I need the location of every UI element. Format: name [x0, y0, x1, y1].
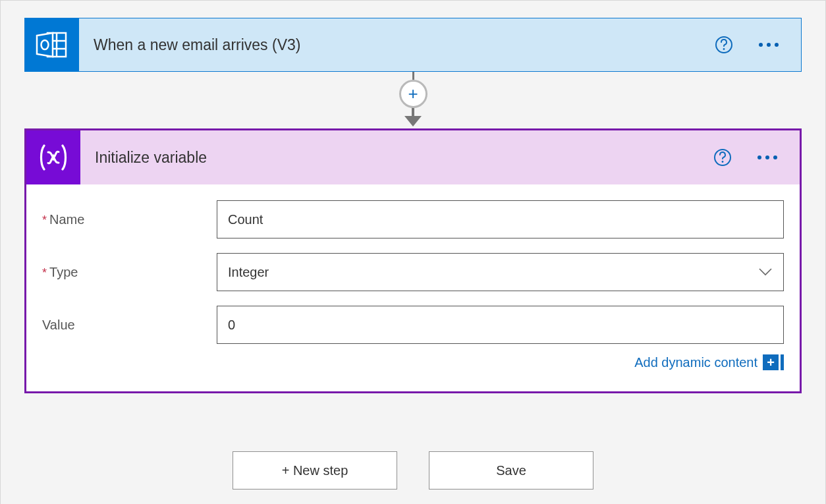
action-body: * Name Count * Type Integer [26, 184, 800, 391]
action-controls [713, 148, 800, 167]
outlook-icon [25, 18, 79, 72]
more-icon[interactable] [756, 40, 781, 49]
action-card: Initialize variable * Name [24, 128, 802, 393]
help-icon[interactable] [714, 35, 734, 55]
flow-canvas: When a new email arrives (V3) + [0, 0, 826, 504]
svg-marker-4 [37, 33, 53, 57]
name-input[interactable]: Count [217, 200, 784, 238]
value-input[interactable]: 0 [217, 306, 784, 344]
value-label: Value [42, 318, 217, 333]
action-header[interactable]: Initialize variable [26, 130, 800, 184]
trigger-card[interactable]: When a new email arrives (V3) [24, 18, 802, 72]
field-row-value: Value 0 [42, 306, 784, 344]
connector: + [24, 72, 802, 128]
dynamic-content-row: Add dynamic content + [42, 354, 784, 385]
trigger-controls [714, 35, 801, 55]
help-icon[interactable] [713, 148, 732, 167]
action-title: Initialize variable [80, 149, 713, 167]
required-star-icon: * [42, 213, 47, 227]
new-step-button[interactable]: + New step [233, 451, 397, 490]
save-button[interactable]: Save [429, 451, 593, 490]
add-dynamic-content-link[interactable]: Add dynamic content [634, 355, 757, 370]
variable-icon [26, 130, 80, 184]
type-label: * Type [42, 265, 217, 280]
svg-point-9 [722, 161, 724, 163]
add-step-icon[interactable]: + [399, 80, 427, 108]
dynamic-content-icon[interactable]: + [763, 354, 784, 370]
trigger-title: When a new email arrives (V3) [79, 36, 714, 54]
name-label: * Name [42, 212, 217, 227]
arrow-down-icon [404, 107, 422, 126]
bottom-button-row: + New step Save [24, 451, 802, 490]
field-row-type: * Type Integer [42, 253, 784, 291]
chevron-down-icon [758, 267, 773, 277]
more-icon[interactable] [755, 153, 780, 162]
svg-point-7 [723, 48, 725, 50]
field-row-name: * Name Count [42, 200, 784, 238]
required-star-icon: * [42, 266, 47, 280]
type-select[interactable]: Integer [217, 253, 784, 291]
